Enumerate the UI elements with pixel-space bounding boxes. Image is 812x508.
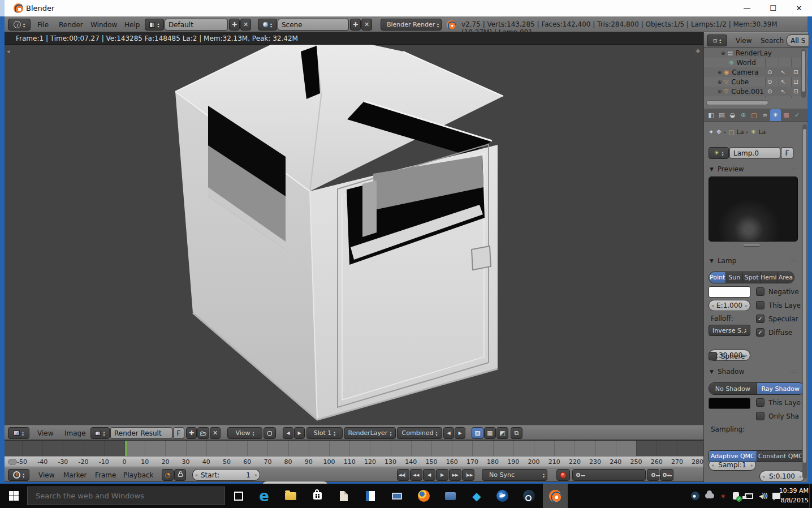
tab-object-data[interactable]: ☀ xyxy=(770,109,781,121)
outliner-item-camera[interactable]: ⊕ ◉ Camera ⊙ ↖ ⊡ xyxy=(704,67,808,77)
render-engine-dropdown[interactable]: Blender Render ▴▾ xyxy=(381,19,442,31)
sync-dropdown[interactable]: No Sync ▴▾ xyxy=(482,469,547,481)
current-frame-marker[interactable] xyxy=(125,441,127,456)
kodi-button[interactable]: ◆ xyxy=(464,484,489,508)
shadow-mode-ray[interactable]: Ray Shadow xyxy=(757,383,805,394)
image-datablock-icon-button[interactable]: ▴▾ xyxy=(90,427,110,439)
image-datablock-field[interactable]: Render Result xyxy=(110,427,172,439)
steam-tray-icon[interactable] xyxy=(691,492,699,500)
falloff-dropdown[interactable]: Inverse S... ▴▾ xyxy=(709,325,750,336)
expand-icon[interactable]: ⊕ xyxy=(721,50,725,56)
lamp-color-swatch[interactable] xyxy=(709,286,750,298)
timeline-menu-playback[interactable]: Playback xyxy=(123,468,154,483)
menu-file[interactable]: File xyxy=(37,18,49,32)
add-scene-button[interactable]: ✚ xyxy=(350,19,361,31)
editor-type-button-timeline[interactable]: ▴▾ xyxy=(8,469,29,481)
menu-help[interactable]: Help xyxy=(124,18,140,32)
lamp-name-field[interactable]: Lamp.0 xyxy=(729,147,780,159)
timeline-menu-marker[interactable]: Marker xyxy=(63,468,87,483)
record-button[interactable] xyxy=(556,469,570,481)
qmc-constant[interactable]: Constant QMC xyxy=(757,451,805,462)
view-pivot-dropdown[interactable]: View ▴▾ xyxy=(227,427,262,439)
slot-next-button[interactable]: ▶ xyxy=(294,427,305,439)
taskbar-search[interactable] xyxy=(27,487,225,505)
panel-collapse-icon[interactable]: ▼ xyxy=(710,166,714,172)
menu-window[interactable]: Window xyxy=(90,18,117,32)
renderability-toggle[interactable]: ⊡ xyxy=(793,88,798,94)
timeline-menu-frame[interactable]: Frame xyxy=(95,468,116,483)
tab-constraints[interactable]: ∞ xyxy=(759,109,770,121)
tab-world[interactable]: ⊕ xyxy=(738,109,749,121)
image-editor-viewport[interactable]: ◂ ✚ xyxy=(5,45,703,425)
panel-collapse-icon[interactable]: ▼ xyxy=(710,369,714,374)
display-z-button[interactable]: ◩ xyxy=(496,427,508,439)
outliner-item-world[interactable]: ⊕ World xyxy=(704,58,808,67)
editor-type-button-image[interactable]: ▴▾ xyxy=(8,427,29,439)
scene-icon-button[interactable]: ▴▾ xyxy=(258,19,277,31)
diffuse-checkbox[interactable]: ✓ xyxy=(756,328,765,337)
usb-tray-icon[interactable] xyxy=(733,492,739,500)
outliner-display-mode[interactable]: All Scen xyxy=(787,35,809,46)
lock-frame-toggle[interactable] xyxy=(174,469,186,481)
tab-object[interactable]: ▢ xyxy=(749,109,759,121)
store-button[interactable] xyxy=(305,484,330,508)
lamp-fake-user-button[interactable]: F xyxy=(781,147,793,159)
volume-tray-icon[interactable]: ◂))) xyxy=(759,492,767,500)
edge-button[interactable]: e xyxy=(252,484,277,508)
lamp-energy-field[interactable]: E:1.000 xyxy=(709,300,750,311)
wordpad-button[interactable] xyxy=(358,484,383,508)
display-copy-button[interactable]: ⧉ xyxy=(511,427,522,439)
breadcrumb-object[interactable]: La xyxy=(737,128,744,136)
shadow-this-layer-checkbox[interactable] xyxy=(756,398,765,407)
layer-next-button[interactable]: ▶ xyxy=(455,427,465,439)
negative-checkbox-row[interactable]: Negative xyxy=(756,287,799,296)
sphere-checkbox[interactable] xyxy=(709,352,717,360)
display-alpha-button[interactable]: ▦ xyxy=(484,427,496,439)
slot-prev-button[interactable]: ◀ xyxy=(283,427,293,439)
file-explorer-button[interactable] xyxy=(278,484,303,508)
renderlayer-dropdown[interactable]: RenderLayer ▴▾ xyxy=(344,427,396,439)
blender-taskbar-button[interactable] xyxy=(543,484,568,508)
onedrive-tray-icon[interactable] xyxy=(705,493,714,498)
remote-app-button[interactable] xyxy=(438,484,463,508)
diffuse-checkbox-row[interactable]: ✓ Diffuse xyxy=(756,328,792,337)
computer-button[interactable] xyxy=(385,484,409,508)
selectability-toggle[interactable]: ↖ xyxy=(781,79,785,85)
panel-collapse-icon[interactable]: ▼ xyxy=(710,258,714,264)
shadow-soft-size-field[interactable]: S:0.100 xyxy=(759,471,805,482)
editor-type-button[interactable]: i ▴▾ xyxy=(8,19,31,31)
search-input[interactable] xyxy=(36,492,205,500)
sphere-checkbox-row[interactable]: Sphere xyxy=(709,352,745,360)
breadcrumb-data[interactable]: La xyxy=(758,128,766,136)
tab-physics[interactable]: ✓ xyxy=(792,109,802,121)
qmc-adaptive[interactable]: Adaptive QMC xyxy=(709,451,757,462)
outliner-vertical-scrollbar[interactable] xyxy=(801,49,806,98)
lamp-type-point[interactable]: Point xyxy=(709,272,726,283)
outliner-item-renderlayer[interactable]: ⊕ ▤ RenderLay xyxy=(704,48,808,58)
timeline-ruler[interactable]: -50-40-30-20-100102030405060708090100110… xyxy=(5,456,703,467)
close-button[interactable]: ✕ xyxy=(786,0,812,16)
specular-checkbox[interactable]: ✓ xyxy=(756,315,765,323)
frame-start-field[interactable]: Start: 1 xyxy=(192,469,260,481)
outliner-menu-view[interactable]: View xyxy=(736,33,751,48)
region-collapse-icon[interactable]: ◂ xyxy=(7,48,10,54)
open-image-button[interactable]: 🗁 xyxy=(197,427,209,439)
tab-render-layers[interactable]: ▤ xyxy=(716,109,727,121)
negative-checkbox[interactable] xyxy=(756,287,765,296)
prev-keyframe-button[interactable]: ◀◀ xyxy=(410,469,422,481)
renderability-toggle[interactable]: ⊡ xyxy=(793,69,798,75)
preview-resize-handle[interactable] xyxy=(744,244,759,247)
play-button[interactable]: ▶ xyxy=(436,469,448,481)
nodes-icon[interactable]: ❖ xyxy=(716,128,722,136)
lamp-type-area[interactable]: Area xyxy=(778,272,794,283)
outliner-item-cube[interactable]: ⊕ ▽ Cube ⊙ ↖ ⊡ xyxy=(704,77,808,87)
task-view-button[interactable] xyxy=(226,484,251,508)
region-expand-icon[interactable]: ✚ xyxy=(696,48,700,54)
only-shadow-checkbox[interactable] xyxy=(756,412,765,420)
fake-user-button[interactable]: F xyxy=(173,427,184,439)
screen-layout-icon-button[interactable]: ▴▾ xyxy=(145,19,164,31)
selectability-toggle[interactable]: ↖ xyxy=(781,69,785,75)
lamp-type-spot[interactable]: Spot xyxy=(743,272,760,283)
show-desktop-button[interactable] xyxy=(809,484,812,508)
timeline-scroller[interactable] xyxy=(8,459,17,465)
